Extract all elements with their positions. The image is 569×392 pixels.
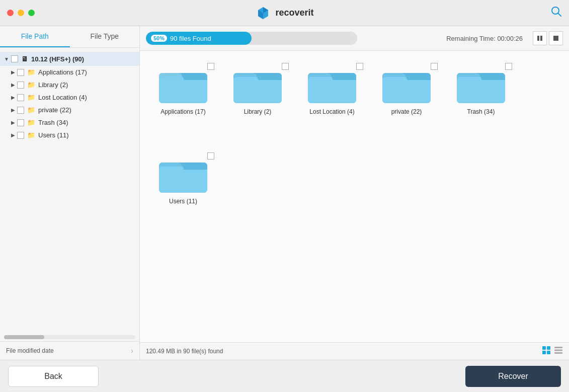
right-panel: 50% 90 files Found Remaining Time: 00:00…: [140, 26, 569, 360]
svg-rect-24: [547, 351, 550, 354]
sidebar-scrollbar[interactable]: [4, 335, 135, 339]
item-checkbox-users[interactable]: [17, 132, 24, 139]
file-item-private[interactable]: private (22): [371, 59, 442, 144]
sidebar-scrollbar-thumb[interactable]: [4, 335, 44, 339]
sidebar-tree: ▼ 🖥 10.12 (HFS+) (90) ▶ 📁 Applications (…: [0, 48, 139, 335]
main-content: File Path File Type ▼ 🖥 10.12 (HFS+) (90…: [0, 26, 569, 360]
svg-rect-21: [542, 346, 546, 350]
sidebar-item-trash[interactable]: ▶ 📁 Trash (34): [0, 116, 139, 129]
status-bar: 120.49 MB in 90 file(s) found: [140, 342, 569, 360]
file-label-private: private (22): [391, 108, 422, 115]
stop-button[interactable]: [549, 31, 563, 45]
progress-files-found: 90 files Found: [170, 35, 211, 42]
progress-track: 50% 90 files Found: [146, 32, 357, 45]
sidebar-item-library[interactable]: ▶ 📁 Library (2): [0, 79, 139, 91]
close-button[interactable]: [7, 10, 14, 16]
folder-icon-trash: [457, 64, 505, 104]
root-checkbox[interactable]: [11, 55, 18, 62]
root-label: 10.12 (HFS+) (90): [31, 55, 84, 63]
item-label-lostlocation: Lost Location (4): [38, 94, 87, 101]
status-view-icons: [542, 346, 563, 357]
file-label-lostlocation: Lost Location (4): [309, 108, 354, 115]
app-name: recoverit: [275, 8, 313, 18]
file-item-trash[interactable]: Trash (34): [446, 59, 516, 144]
status-info: 120.49 MB in 90 file(s) found: [146, 348, 223, 355]
folder-icon: 📁: [27, 131, 35, 139]
footer: Back Recover: [0, 360, 569, 392]
folder-icon-users: [159, 153, 207, 194]
folder-icon-library: [233, 64, 282, 104]
chevron-right-icon: ▶: [11, 107, 15, 113]
svg-rect-22: [547, 346, 550, 350]
file-label-library: Library (2): [244, 108, 272, 115]
pause-button[interactable]: [533, 31, 547, 45]
progress-fill: 50% 90 files Found: [146, 32, 252, 45]
sidebar-tabs: File Path File Type: [0, 26, 139, 48]
window-controls: [7, 10, 35, 16]
sidebar-item-users[interactable]: ▶ 📁 Users (11): [0, 129, 139, 141]
svg-line-4: [558, 14, 561, 17]
item-checkbox-applications[interactable]: [17, 69, 24, 76]
file-checkbox-trash[interactable]: [505, 63, 512, 70]
chevron-right-icon: ▶: [11, 69, 15, 75]
item-label-users: Users (11): [38, 131, 69, 139]
file-item-library[interactable]: Library (2): [222, 59, 293, 144]
tree-root[interactable]: ▼ 🖥 10.12 (HFS+) (90): [0, 52, 139, 66]
file-checkbox-applications[interactable]: [207, 63, 214, 70]
file-label-trash: Trash (34): [467, 108, 495, 115]
chevron-right-icon: ▶: [11, 82, 15, 88]
svg-rect-25: [554, 347, 562, 348]
item-label-private: private (22): [38, 106, 71, 114]
tab-filepath[interactable]: File Path: [0, 26, 70, 47]
sidebar-bottom-filter[interactable]: File modified date ›: [0, 341, 139, 360]
folder-icon-lostlocation: [308, 64, 356, 104]
file-item-applications[interactable]: Applications (17): [148, 59, 218, 144]
sidebar-item-lostlocation[interactable]: ▶ 📁 Lost Location (4): [0, 91, 139, 104]
file-label-users: Users (11): [169, 198, 197, 205]
svg-rect-26: [554, 350, 562, 351]
svg-rect-16: [382, 77, 431, 103]
file-grid: Applications (17) Library (2): [140, 51, 569, 342]
svg-rect-12: [233, 77, 282, 103]
svg-rect-10: [159, 77, 207, 103]
folder-icon: 📁: [27, 119, 35, 126]
folder-icon: 📁: [27, 81, 35, 89]
back-button[interactable]: Back: [8, 366, 99, 387]
maximize-button[interactable]: [28, 10, 35, 16]
chevron-right-icon: ▶: [11, 95, 15, 100]
sidebar-item-applications[interactable]: ▶ 📁 Applications (17): [0, 66, 139, 79]
item-checkbox-trash[interactable]: [17, 119, 24, 126]
file-item-users[interactable]: Users (11): [148, 148, 218, 234]
svg-rect-23: [542, 351, 546, 354]
item-checkbox-library[interactable]: [17, 82, 24, 89]
grid-view-icon[interactable]: [542, 346, 551, 357]
file-checkbox-library[interactable]: [282, 63, 289, 70]
item-label-trash: Trash (34): [38, 119, 68, 126]
item-checkbox-private[interactable]: [17, 107, 24, 114]
file-checkbox-private[interactable]: [431, 63, 438, 70]
remaining-time: Remaining Time: 00:00:26: [446, 35, 523, 42]
file-checkbox-lostlocation[interactable]: [356, 63, 363, 70]
svg-rect-14: [308, 77, 356, 103]
list-view-icon[interactable]: [554, 346, 563, 357]
svg-rect-27: [554, 352, 562, 354]
item-label-applications: Applications (17): [38, 68, 87, 76]
progress-percent: 50%: [151, 35, 167, 42]
file-checkbox-users[interactable]: [207, 152, 214, 160]
svg-rect-6: [540, 36, 542, 41]
svg-rect-18: [457, 77, 505, 103]
item-checkbox-lostlocation[interactable]: [17, 94, 24, 101]
search-icon[interactable]: [551, 6, 562, 20]
recover-button[interactable]: Recover: [465, 366, 561, 387]
file-item-lostlocation[interactable]: Lost Location (4): [297, 59, 367, 144]
titlebar: recoverit: [0, 0, 569, 26]
minimize-button[interactable]: [18, 10, 24, 16]
drive-icon: 🖥: [21, 55, 28, 63]
view-controls: [533, 31, 563, 45]
chevron-right-icon: ▶: [11, 120, 15, 125]
progress-area: 50% 90 files Found Remaining Time: 00:00…: [140, 26, 569, 51]
svg-rect-5: [537, 36, 539, 41]
item-label-library: Library (2): [38, 81, 68, 89]
sidebar-item-private[interactable]: ▶ 📁 private (22): [0, 104, 139, 116]
tab-filetype[interactable]: File Type: [70, 26, 140, 47]
